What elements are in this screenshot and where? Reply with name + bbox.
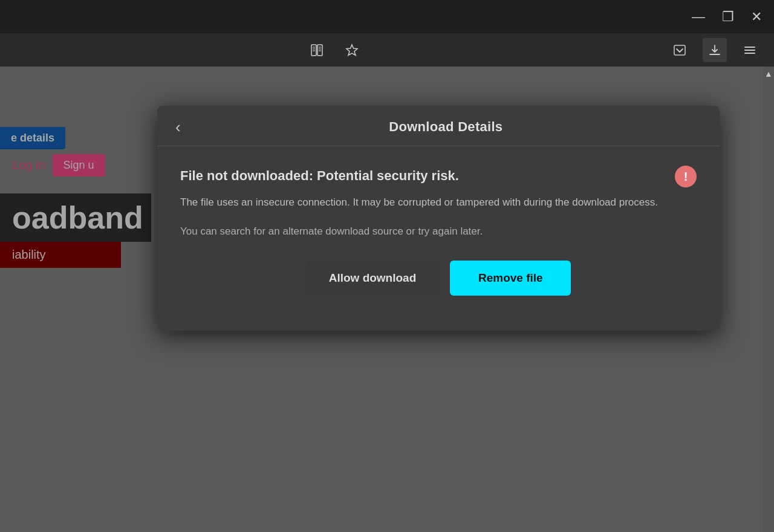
scroll-up-arrow[interactable]: ▲ — [762, 66, 774, 81]
download-details-modal: ‹ Download Details ! File not downloaded… — [157, 106, 720, 331]
download-icon[interactable] — [703, 38, 727, 62]
modal-suggestion: You can search for an alternate download… — [180, 224, 697, 239]
maximize-button[interactable]: ❐ — [722, 10, 734, 24]
svg-rect-0 — [311, 45, 316, 56]
browser-titlebar: — ❐ ✕ — [0, 0, 774, 33]
modal-header: ‹ Download Details — [157, 106, 720, 146]
allow-download-button[interactable]: Allow download — [306, 261, 440, 296]
modal-title: Download Details — [190, 119, 701, 135]
modal-description: The file uses an insecure connection. It… — [180, 195, 697, 210]
browser-toolbar — [0, 33, 774, 66]
menu-icon[interactable] — [738, 38, 762, 62]
close-button[interactable]: ✕ — [751, 10, 762, 24]
reader-view-icon[interactable] — [305, 38, 329, 62]
remove-file-button[interactable]: Remove file — [450, 261, 571, 296]
modal-buttons: Allow download Remove file — [180, 261, 697, 296]
bookmark-icon[interactable] — [340, 38, 364, 62]
warning-icon: ! — [675, 166, 697, 187]
pocket-icon[interactable] — [668, 38, 692, 62]
minimize-button[interactable]: — — [692, 10, 705, 24]
scrollbar[interactable]: ▲ — [763, 66, 774, 532]
svg-rect-1 — [317, 45, 322, 56]
svg-rect-9 — [674, 45, 685, 55]
svg-marker-8 — [346, 45, 357, 56]
modal-back-button[interactable]: ‹ — [175, 119, 181, 135]
modal-body: ! File not downloaded: Potential securit… — [157, 146, 720, 313]
modal-warning-title: File not downloaded: Potential security … — [180, 167, 697, 185]
